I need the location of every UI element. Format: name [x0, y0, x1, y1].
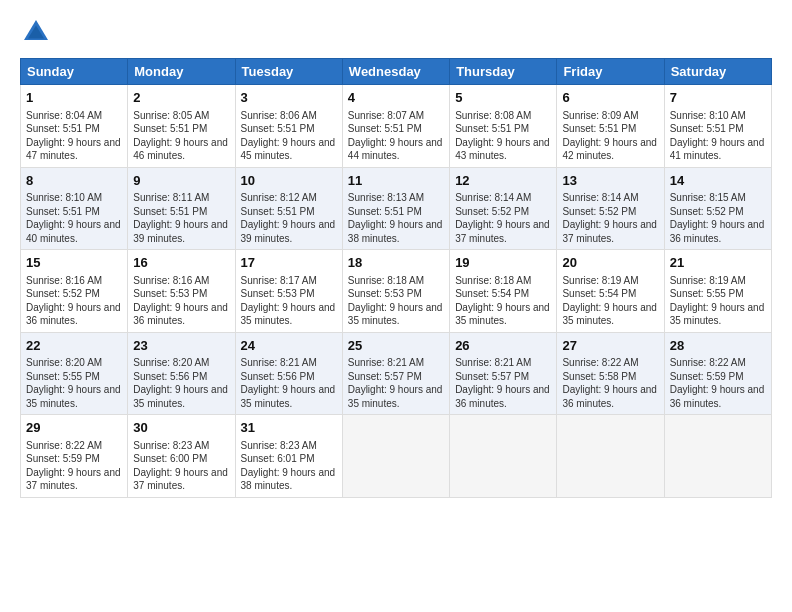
sunrise-text: Sunrise: 8:14 AM — [562, 192, 638, 203]
day-number: 7 — [670, 89, 766, 107]
calendar-table: SundayMondayTuesdayWednesdayThursdayFrid… — [20, 58, 772, 498]
day-number: 26 — [455, 337, 551, 355]
calendar-day-cell: 25Sunrise: 8:21 AMSunset: 5:57 PMDayligh… — [342, 332, 449, 415]
sunset-text: Sunset: 5:59 PM — [670, 371, 744, 382]
daylight-text: Daylight: 9 hours and 42 minutes. — [562, 137, 657, 162]
day-number: 14 — [670, 172, 766, 190]
day-of-week-header: Thursday — [450, 59, 557, 85]
sunrise-text: Sunrise: 8:10 AM — [670, 110, 746, 121]
day-number: 18 — [348, 254, 444, 272]
daylight-text: Daylight: 9 hours and 36 minutes. — [26, 302, 121, 327]
calendar-day-cell: 1Sunrise: 8:04 AMSunset: 5:51 PMDaylight… — [21, 85, 128, 168]
calendar-day-cell: 18Sunrise: 8:18 AMSunset: 5:53 PMDayligh… — [342, 250, 449, 333]
sunrise-text: Sunrise: 8:23 AM — [241, 440, 317, 451]
calendar-week-row: 15Sunrise: 8:16 AMSunset: 5:52 PMDayligh… — [21, 250, 772, 333]
daylight-text: Daylight: 9 hours and 36 minutes. — [562, 384, 657, 409]
day-number: 9 — [133, 172, 229, 190]
daylight-text: Daylight: 9 hours and 44 minutes. — [348, 137, 443, 162]
sunrise-text: Sunrise: 8:16 AM — [26, 275, 102, 286]
sunset-text: Sunset: 5:52 PM — [455, 206, 529, 217]
daylight-text: Daylight: 9 hours and 35 minutes. — [26, 384, 121, 409]
daylight-text: Daylight: 9 hours and 40 minutes. — [26, 219, 121, 244]
day-number: 25 — [348, 337, 444, 355]
sunset-text: Sunset: 5:51 PM — [26, 206, 100, 217]
sunset-text: Sunset: 5:57 PM — [455, 371, 529, 382]
calendar-day-cell: 4Sunrise: 8:07 AMSunset: 5:51 PMDaylight… — [342, 85, 449, 168]
daylight-text: Daylight: 9 hours and 38 minutes. — [348, 219, 443, 244]
sunset-text: Sunset: 5:54 PM — [455, 288, 529, 299]
sunset-text: Sunset: 6:00 PM — [133, 453, 207, 464]
page-container: SundayMondayTuesdayWednesdayThursdayFrid… — [0, 0, 792, 508]
sunset-text: Sunset: 5:51 PM — [562, 123, 636, 134]
logo — [20, 16, 56, 48]
day-number: 27 — [562, 337, 658, 355]
sunrise-text: Sunrise: 8:18 AM — [348, 275, 424, 286]
sunset-text: Sunset: 5:56 PM — [133, 371, 207, 382]
sunset-text: Sunset: 5:51 PM — [241, 123, 315, 134]
calendar-day-cell: 27Sunrise: 8:22 AMSunset: 5:58 PMDayligh… — [557, 332, 664, 415]
day-number: 4 — [348, 89, 444, 107]
sunrise-text: Sunrise: 8:04 AM — [26, 110, 102, 121]
sunrise-text: Sunrise: 8:14 AM — [455, 192, 531, 203]
daylight-text: Daylight: 9 hours and 47 minutes. — [26, 137, 121, 162]
sunrise-text: Sunrise: 8:09 AM — [562, 110, 638, 121]
sunset-text: Sunset: 5:51 PM — [455, 123, 529, 134]
day-number: 2 — [133, 89, 229, 107]
calendar-day-cell: 22Sunrise: 8:20 AMSunset: 5:55 PMDayligh… — [21, 332, 128, 415]
daylight-text: Daylight: 9 hours and 35 minutes. — [348, 302, 443, 327]
sunset-text: Sunset: 5:51 PM — [348, 123, 422, 134]
sunset-text: Sunset: 5:52 PM — [26, 288, 100, 299]
sunrise-text: Sunrise: 8:22 AM — [26, 440, 102, 451]
calendar-day-cell: 16Sunrise: 8:16 AMSunset: 5:53 PMDayligh… — [128, 250, 235, 333]
daylight-text: Daylight: 9 hours and 37 minutes. — [562, 219, 657, 244]
day-number: 30 — [133, 419, 229, 437]
calendar-week-row: 1Sunrise: 8:04 AMSunset: 5:51 PMDaylight… — [21, 85, 772, 168]
daylight-text: Daylight: 9 hours and 38 minutes. — [241, 467, 336, 492]
day-number: 6 — [562, 89, 658, 107]
logo-icon — [20, 16, 52, 48]
calendar-day-cell: 9Sunrise: 8:11 AMSunset: 5:51 PMDaylight… — [128, 167, 235, 250]
daylight-text: Daylight: 9 hours and 35 minutes. — [241, 384, 336, 409]
sunrise-text: Sunrise: 8:20 AM — [26, 357, 102, 368]
sunrise-text: Sunrise: 8:16 AM — [133, 275, 209, 286]
sunset-text: Sunset: 5:51 PM — [133, 206, 207, 217]
sunrise-text: Sunrise: 8:17 AM — [241, 275, 317, 286]
day-number: 15 — [26, 254, 122, 272]
daylight-text: Daylight: 9 hours and 39 minutes. — [241, 219, 336, 244]
day-of-week-header: Tuesday — [235, 59, 342, 85]
calendar-day-cell — [664, 415, 771, 498]
day-number: 19 — [455, 254, 551, 272]
day-number: 23 — [133, 337, 229, 355]
calendar-day-cell: 26Sunrise: 8:21 AMSunset: 5:57 PMDayligh… — [450, 332, 557, 415]
sunset-text: Sunset: 5:51 PM — [348, 206, 422, 217]
day-number: 22 — [26, 337, 122, 355]
sunrise-text: Sunrise: 8:15 AM — [670, 192, 746, 203]
sunrise-text: Sunrise: 8:21 AM — [241, 357, 317, 368]
calendar-day-cell: 29Sunrise: 8:22 AMSunset: 5:59 PMDayligh… — [21, 415, 128, 498]
calendar-day-cell: 11Sunrise: 8:13 AMSunset: 5:51 PMDayligh… — [342, 167, 449, 250]
day-of-week-header: Saturday — [664, 59, 771, 85]
daylight-text: Daylight: 9 hours and 45 minutes. — [241, 137, 336, 162]
day-number: 24 — [241, 337, 337, 355]
calendar-week-row: 22Sunrise: 8:20 AMSunset: 5:55 PMDayligh… — [21, 332, 772, 415]
sunrise-text: Sunrise: 8:12 AM — [241, 192, 317, 203]
day-of-week-header: Wednesday — [342, 59, 449, 85]
calendar-day-cell: 12Sunrise: 8:14 AMSunset: 5:52 PMDayligh… — [450, 167, 557, 250]
day-number: 16 — [133, 254, 229, 272]
calendar-header-row: SundayMondayTuesdayWednesdayThursdayFrid… — [21, 59, 772, 85]
day-number: 10 — [241, 172, 337, 190]
calendar-day-cell: 10Sunrise: 8:12 AMSunset: 5:51 PMDayligh… — [235, 167, 342, 250]
sunset-text: Sunset: 5:56 PM — [241, 371, 315, 382]
sunrise-text: Sunrise: 8:19 AM — [670, 275, 746, 286]
sunset-text: Sunset: 5:54 PM — [562, 288, 636, 299]
sunset-text: Sunset: 5:51 PM — [26, 123, 100, 134]
calendar-week-row: 29Sunrise: 8:22 AMSunset: 5:59 PMDayligh… — [21, 415, 772, 498]
day-of-week-header: Sunday — [21, 59, 128, 85]
sunset-text: Sunset: 5:57 PM — [348, 371, 422, 382]
daylight-text: Daylight: 9 hours and 36 minutes. — [133, 302, 228, 327]
sunset-text: Sunset: 5:59 PM — [26, 453, 100, 464]
sunrise-text: Sunrise: 8:08 AM — [455, 110, 531, 121]
calendar-day-cell: 24Sunrise: 8:21 AMSunset: 5:56 PMDayligh… — [235, 332, 342, 415]
sunset-text: Sunset: 5:52 PM — [670, 206, 744, 217]
day-number: 17 — [241, 254, 337, 272]
